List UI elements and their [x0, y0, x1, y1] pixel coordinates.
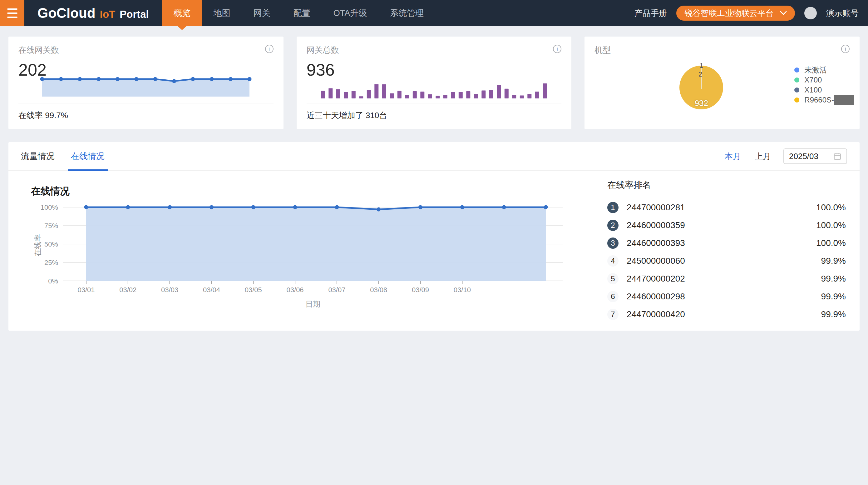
growth-text: 近三十天增加了 310台 — [307, 110, 388, 121]
nav-tab-2[interactable]: 地图 — [202, 0, 242, 26]
tab-traffic[interactable]: 流量情况 — [21, 142, 55, 170]
gateway-id: 244700000202 — [627, 274, 685, 284]
svg-text:50%: 50% — [44, 240, 58, 248]
card-title: 机型 — [594, 45, 849, 56]
nav-tab-4[interactable]: 配置 — [282, 0, 322, 26]
online-rate-ranking: 在线率排名 1244700000281100.0%224460000035910… — [598, 171, 860, 330]
online-rate-area-chart: 0%25%50%75%100%03/0103/0203/0303/0403/05… — [23, 201, 572, 313]
svg-text:03/05: 03/05 — [245, 286, 262, 294]
rank-badge: 7 — [607, 309, 619, 320]
rank-badge: 6 — [607, 291, 619, 302]
ranking-row: 3244600000393100.0% — [607, 234, 846, 252]
online-rate-value: 100.0% — [816, 220, 846, 230]
product-manual-link[interactable]: 产品手册 — [634, 8, 667, 19]
logo-text-main: GoCloud — [37, 5, 96, 21]
account-name: 演示账号 — [826, 8, 859, 19]
ranking-row: 624460000029899.9% — [607, 287, 846, 305]
logo-text-accent: IoT — [100, 8, 115, 20]
legend-label: X700 — [804, 76, 822, 84]
svg-text:100%: 100% — [40, 203, 58, 211]
this-month-button[interactable]: 本月 — [725, 151, 741, 162]
svg-text:03/01: 03/01 — [78, 286, 95, 294]
nav-tab-5[interactable]: OTA升级 — [322, 0, 379, 26]
hamburger-menu-icon[interactable] — [0, 0, 24, 26]
panel-header: 流量情况 在线情况 本月 上月 2025/03 — [8, 142, 860, 171]
svg-text:03/03: 03/03 — [161, 286, 178, 294]
svg-text:03/09: 03/09 — [412, 286, 429, 294]
panel-body: 在线情况 在线率 0%25%50%75%100%03/0103/0203/030… — [8, 171, 860, 330]
chevron-down-icon — [780, 11, 787, 15]
rank-badge: 2 — [607, 220, 619, 231]
nav-tabs: 概览地图网关配置OTA升级系统管理 — [162, 0, 436, 26]
svg-text:25%: 25% — [44, 259, 58, 266]
app-logo: GoCloud IoT Portal — [37, 5, 149, 21]
detail-panel: 流量情况 在线情况 本月 上月 2025/03 在线情况 在线率 0%25%50… — [8, 142, 860, 331]
divider — [307, 103, 562, 104]
user-avatar[interactable] — [804, 7, 817, 19]
stat-cards-row: 在线网关数 i 202 在线率 99.7% 网关总数 i 936 近三十天增加了… — [8, 36, 860, 129]
legend-item[interactable]: X100 — [794, 85, 854, 95]
svg-text:75%: 75% — [44, 222, 58, 230]
divider — [19, 103, 274, 104]
ranking-row: 724470000042099.9% — [607, 305, 846, 323]
legend-dot — [794, 87, 799, 92]
legend-item[interactable]: 未激活 — [794, 65, 854, 75]
rank-badge: 1 — [607, 202, 619, 213]
nav-tab-1[interactable]: 概览 — [162, 0, 202, 26]
svg-text:03/02: 03/02 — [119, 286, 136, 294]
ranking-row: 1244700000281100.0% — [607, 198, 846, 216]
last-month-button[interactable]: 上月 — [755, 151, 771, 162]
nav-tab-3[interactable]: 网关 — [242, 0, 282, 26]
platform-selector-button[interactable]: 锐谷智联工业物联云平台 — [676, 6, 795, 21]
calendar-icon — [833, 152, 841, 160]
online-rate-value: 100.0% — [816, 238, 846, 248]
svg-text:日期: 日期 — [305, 300, 320, 308]
info-icon[interactable]: i — [265, 45, 274, 53]
gateway-id: 245000000060 — [627, 256, 685, 266]
top-navbar: GoCloud IoT Portal 概览地图网关配置OTA升级系统管理 产品手… — [0, 0, 868, 26]
total-gateways-bar-chart — [319, 80, 549, 100]
online-rate-value: 99.9% — [821, 309, 846, 319]
svg-text:03/10: 03/10 — [454, 286, 471, 294]
logo-text-suffix: Portal — [120, 8, 149, 20]
ranking-row: 424500000006099.9% — [607, 252, 846, 270]
svg-text:03/08: 03/08 — [370, 286, 387, 294]
gateway-id: 244600000393 — [627, 238, 685, 248]
gateway-id: 244600000298 — [627, 291, 685, 302]
gateway-id: 244700000420 — [627, 309, 685, 319]
legend-dot — [794, 67, 799, 73]
ranking-row: 2244600000359100.0% — [607, 216, 846, 234]
legend-dot — [794, 78, 799, 83]
month-picker-value: 2025/03 — [789, 151, 818, 161]
legend-label: 未激活 — [804, 65, 827, 75]
card-models: 机型 i 1 2 932 未激活X700X100R9660S- — [585, 36, 860, 129]
card-online-gateways: 在线网关数 i 202 在线率 99.7% — [8, 36, 283, 129]
ranking-title: 在线率排名 — [607, 179, 846, 191]
online-rate-value: 99.9% — [821, 256, 846, 266]
ranking-rows: 1244700000281100.0%2244600000359100.0%32… — [607, 198, 846, 323]
platform-selector-label: 锐谷智联工业物联云平台 — [684, 8, 774, 19]
legend-item[interactable]: X700 — [794, 75, 854, 85]
svg-text:0%: 0% — [48, 277, 58, 285]
gateway-id: 244700000281 — [627, 202, 685, 212]
pie-slice-label: 1 — [700, 62, 703, 70]
redaction-box — [834, 95, 854, 105]
nav-tab-6[interactable]: 系统管理 — [378, 0, 435, 26]
chart-title: 在线情况 — [31, 185, 70, 198]
svg-text:03/06: 03/06 — [287, 286, 304, 294]
header-right-group: 产品手册 锐谷智联工业物联云平台 演示账号 — [634, 0, 868, 26]
online-rate-value: 99.9% — [821, 274, 846, 284]
legend-item[interactable]: R9660S- — [794, 95, 854, 105]
legend-dot — [794, 97, 799, 103]
pie-main-value: 932 — [690, 98, 712, 108]
info-icon[interactable]: i — [841, 45, 849, 53]
online-rate-text: 在线率 99.7% — [19, 110, 68, 121]
tab-online-status[interactable]: 在线情况 — [71, 142, 104, 170]
month-picker[interactable]: 2025/03 — [783, 148, 847, 164]
legend-label: R9660S- — [804, 96, 834, 104]
card-title: 在线网关数 — [19, 45, 274, 56]
svg-text:03/04: 03/04 — [203, 286, 220, 294]
models-legend: 未激活X700X100R9660S- — [794, 65, 854, 105]
legend-label: X100 — [804, 86, 822, 94]
pie-slice-label: 2 — [699, 70, 702, 79]
